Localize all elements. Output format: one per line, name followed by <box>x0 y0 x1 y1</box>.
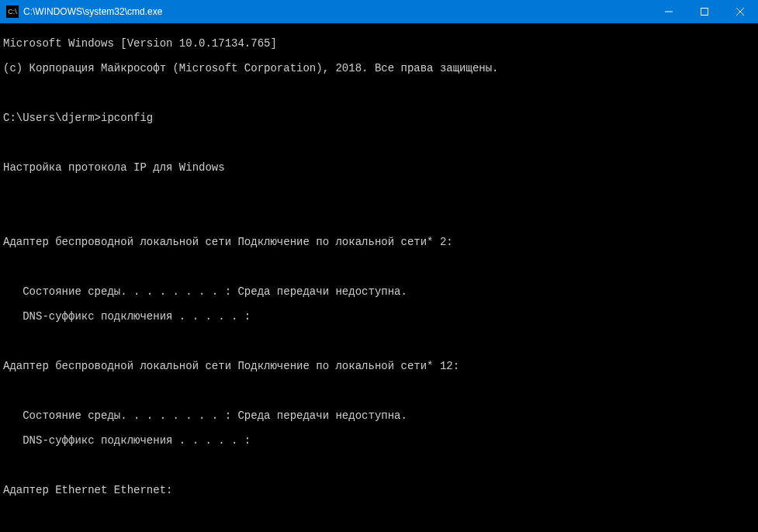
command: ipconfig <box>101 112 153 124</box>
ipconfig-title: Настройка протокола IP для Windows <box>3 161 755 174</box>
svg-rect-1 <box>701 9 708 16</box>
adapter-line: DNS-суффикс подключения . . . . . : <box>3 434 755 447</box>
copyright-line: (c) Корпорация Майкрософт (Microsoft Cor… <box>3 62 755 74</box>
close-button[interactable] <box>722 0 758 23</box>
adapter-header: Адаптер беспроводной локальной сети Подк… <box>3 236 755 248</box>
version-line: Microsoft Windows [Version 10.0.17134.76… <box>3 37 755 50</box>
window-title: C:\WINDOWS\system32\cmd.exe <box>23 6 651 17</box>
adapter-header: Адаптер беспроводной локальной сети Подк… <box>3 360 755 372</box>
titlebar[interactable]: C:\ C:\WINDOWS\system32\cmd.exe <box>0 0 758 23</box>
minimize-button[interactable] <box>651 0 687 23</box>
app-icon: C:\ <box>6 5 19 18</box>
cmd-window: C:\ C:\WINDOWS\system32\cmd.exe Microsof… <box>0 0 758 532</box>
adapter-header: Адаптер Ethernet Ethernet: <box>3 484 755 496</box>
prompt-line: C:\Users\djerm>ipconfig <box>3 112 755 124</box>
adapter-line: Состояние среды. . . . . . . . : Среда п… <box>3 285 755 298</box>
prompt: C:\Users\djerm> <box>3 112 101 124</box>
terminal-body[interactable]: Microsoft Windows [Version 10.0.17134.76… <box>0 23 758 532</box>
adapter-line: Состояние среды. . . . . . . . : Среда п… <box>3 409 755 422</box>
adapter-line: DNS-суффикс подключения . . . . . : <box>3 310 755 323</box>
maximize-button[interactable] <box>687 0 722 23</box>
